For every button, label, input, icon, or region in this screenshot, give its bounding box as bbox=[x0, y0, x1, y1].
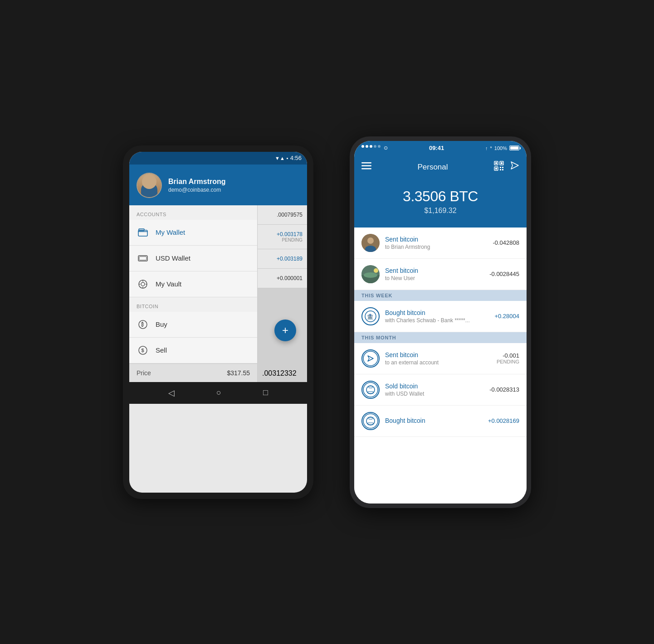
sidebar-item-my-wallet[interactable]: My Wallet bbox=[129, 220, 257, 245]
svg-point-33 bbox=[374, 268, 378, 273]
svg-rect-0 bbox=[138, 230, 147, 236]
buy-icon: ₿ bbox=[137, 318, 149, 331]
tx6-avatar bbox=[361, 412, 380, 430]
dot1 bbox=[361, 145, 364, 148]
tx2-avatar bbox=[361, 265, 380, 283]
nav-title: Personal bbox=[417, 163, 448, 172]
android-user-email: demo@coinbase.com bbox=[168, 187, 226, 193]
tx6-info: Bought bitcoin bbox=[385, 417, 483, 425]
svg-text:₿: ₿ bbox=[141, 322, 144, 327]
tx5-avatar bbox=[361, 381, 380, 399]
iphone-time: 09:41 bbox=[429, 145, 444, 151]
tx1-subtitle: to Brian Armstrong bbox=[385, 244, 487, 250]
svg-rect-39 bbox=[369, 386, 372, 388]
balance-usd: $1,169.32 bbox=[361, 207, 519, 215]
android-status-icons: ▼▲ ▪ 4:56 bbox=[275, 155, 302, 161]
dot5 bbox=[378, 145, 381, 148]
tx2-info: Sent bitcoin to New User bbox=[385, 267, 484, 281]
usd-wallet-label: USD Wallet bbox=[156, 254, 190, 262]
svg-rect-26 bbox=[502, 169, 503, 170]
iphone-nav: Personal bbox=[354, 155, 527, 179]
tx2-amount-col: -0.0028445 bbox=[489, 271, 519, 277]
tx1-title: Sent bitcoin bbox=[385, 236, 487, 243]
sidebar-item-sell[interactable]: $ Sell bbox=[129, 338, 257, 363]
tx3-info: Bought bitcoin with Charles Schwab - Ban… bbox=[385, 309, 489, 324]
this-week-header: THIS WEEK bbox=[354, 290, 527, 301]
tx-item-2[interactable]: Sent bitcoin to New User -0.0028445 bbox=[354, 259, 527, 290]
vault-icon bbox=[137, 278, 149, 291]
home-button[interactable]: ○ bbox=[216, 388, 221, 397]
svg-point-5 bbox=[141, 282, 145, 286]
bluetooth-icon: * bbox=[490, 145, 492, 151]
tx3-title: Bought bitcoin bbox=[385, 309, 489, 316]
svg-rect-20 bbox=[501, 162, 503, 164]
svg-rect-22 bbox=[495, 168, 497, 169]
menu-button[interactable] bbox=[361, 162, 371, 172]
dot4 bbox=[374, 145, 376, 148]
tx5-amount-col: -0.0028313 bbox=[489, 386, 519, 393]
iphone: ⊙ 09:41 ↑ * 100% Personal bbox=[350, 136, 531, 508]
tx2-amount: -0.0028445 bbox=[489, 271, 519, 277]
send-button[interactable] bbox=[510, 161, 519, 173]
svg-text:🏦: 🏦 bbox=[366, 313, 374, 320]
sell-icon: $ bbox=[137, 344, 149, 357]
svg-rect-43 bbox=[369, 417, 372, 419]
signal-dots: ⊙ bbox=[361, 145, 388, 151]
android-time: 4:56 bbox=[290, 155, 302, 161]
iphone-balance: 3.3506 BTC $1,169.32 bbox=[354, 179, 527, 228]
qr-button[interactable] bbox=[494, 161, 504, 173]
tx6-title: Bought bitcoin bbox=[385, 417, 483, 424]
tx4-amount: -0.001 bbox=[497, 352, 519, 359]
transaction-overlay: .00079575 +0.003178 PENDING +0.003189 +0… bbox=[257, 205, 307, 382]
bitcoin-label: BITCOIN bbox=[129, 297, 257, 312]
svg-point-36 bbox=[363, 351, 378, 366]
tx-item-3[interactable]: 🏦 Bought bitcoin with Charles Schwab - B… bbox=[354, 301, 527, 332]
tx4-pending: PENDING bbox=[497, 359, 519, 364]
tx3-avatar: 🏦 bbox=[361, 307, 380, 325]
battery-icon: ▪ bbox=[287, 155, 288, 161]
tx1-amount: -0.042808 bbox=[493, 239, 519, 246]
tx-item-5[interactable]: Sold bitcoin with USD Wallet -0.0028313 bbox=[354, 374, 527, 406]
dot3 bbox=[370, 145, 372, 148]
tx3-amount-col: +0.28004 bbox=[494, 313, 519, 320]
wallet-icon bbox=[137, 226, 149, 239]
ios-right-icons: ↑ * 100% bbox=[485, 145, 519, 151]
balance-btc: 3.3506 BTC bbox=[361, 188, 519, 205]
tx6-amount-col: +0.0028169 bbox=[488, 417, 519, 424]
fab-button[interactable]: + bbox=[274, 320, 296, 341]
tx5-subtitle: with USD Wallet bbox=[385, 391, 484, 397]
iphone-status-bar: ⊙ 09:41 ↑ * 100% bbox=[354, 141, 527, 155]
tx-item-4[interactable]: Sent bitcoin to an external account -0.0… bbox=[354, 343, 527, 374]
vault-label: My Vault bbox=[156, 280, 181, 288]
wifi-icon: ⊙ bbox=[384, 145, 388, 151]
avatar-face bbox=[137, 174, 161, 197]
location-icon: ↑ bbox=[485, 145, 488, 151]
battery-indicator bbox=[509, 145, 519, 150]
overlay-tx-4: +0.000001 bbox=[258, 269, 307, 288]
tx1-info: Sent bitcoin to Brian Armstrong bbox=[385, 236, 487, 250]
avatar-body bbox=[141, 183, 157, 197]
android-bottom-nav: ◁ ○ □ bbox=[129, 382, 307, 404]
avatar bbox=[137, 173, 162, 198]
iphone-screen: ⊙ 09:41 ↑ * 100% Personal bbox=[354, 141, 527, 504]
svg-rect-14 bbox=[361, 162, 371, 164]
back-button[interactable]: ◁ bbox=[168, 388, 175, 398]
tx5-title: Sold bitcoin bbox=[385, 383, 484, 390]
svg-rect-16 bbox=[361, 168, 371, 169]
svg-point-37 bbox=[363, 383, 378, 397]
sidebar-item-buy[interactable]: ₿ Buy bbox=[129, 312, 257, 337]
tx4-avatar bbox=[361, 349, 380, 368]
android-screen: ▼▲ ▪ 4:56 Brian Armstrong demo@coinbase.… bbox=[129, 152, 307, 493]
price-label: Price bbox=[137, 369, 151, 377]
tx4-subtitle: to an external account bbox=[385, 359, 491, 366]
android-phone: ▼▲ ▪ 4:56 Brian Armstrong demo@coinbase.… bbox=[123, 145, 313, 499]
sidebar-item-my-vault[interactable]: My Vault bbox=[129, 271, 257, 297]
svg-rect-15 bbox=[361, 165, 371, 167]
tx-item-6[interactable]: Bought bitcoin +0.0028169 bbox=[354, 406, 527, 437]
tx-item-1[interactable]: Sent bitcoin to Brian Armstrong -0.04280… bbox=[354, 228, 527, 259]
sell-label: Sell bbox=[156, 346, 167, 354]
sidebar-item-usd-wallet[interactable]: USD Wallet bbox=[129, 246, 257, 271]
svg-rect-1 bbox=[139, 229, 144, 231]
recents-button[interactable]: □ bbox=[263, 388, 268, 397]
android-user-name: Brian Armstrong bbox=[168, 178, 226, 186]
